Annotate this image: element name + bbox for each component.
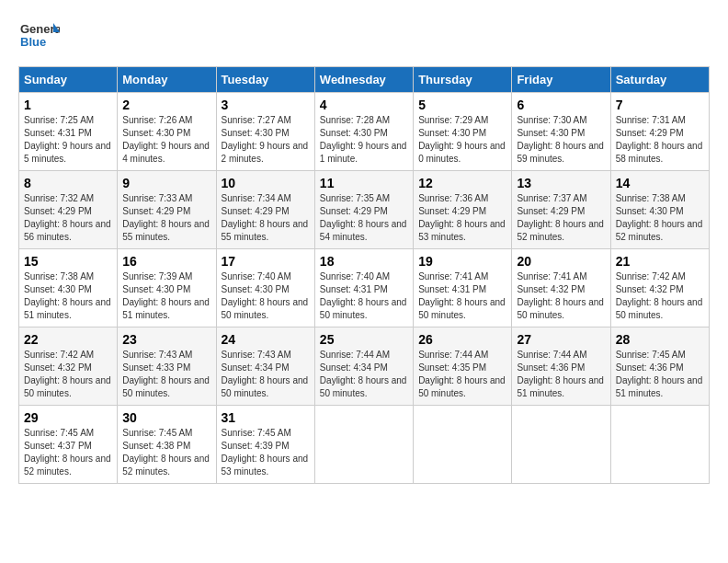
calendar-week-row: 8 Sunrise: 7:32 AM Sunset: 4:29 PM Dayli…	[19, 171, 710, 249]
calendar-cell: 11 Sunrise: 7:35 AM Sunset: 4:29 PM Dayl…	[314, 171, 413, 249]
daylight-hours: Daylight: 8 hours and 51 minutes.	[517, 375, 604, 398]
day-info: Sunrise: 7:31 AM Sunset: 4:29 PM Dayligh…	[616, 114, 704, 166]
day-number: 28	[616, 332, 704, 347]
daylight-hours: Daylight: 8 hours and 54 minutes.	[320, 219, 407, 242]
day-number: 2	[122, 98, 210, 112]
header-monday: Monday	[118, 67, 216, 93]
sunrise-time: Sunrise: 7:27 AM	[222, 115, 291, 125]
day-number: 12	[418, 176, 506, 190]
sunrise-time: Sunrise: 7:40 AM	[320, 271, 390, 282]
sunset-time: Sunset: 4:37 PM	[24, 441, 92, 451]
sunset-time: Sunset: 4:32 PM	[616, 284, 684, 294]
daylight-hours: Daylight: 8 hours and 50 minutes.	[222, 375, 309, 398]
day-number: 6	[517, 98, 605, 112]
sunset-time: Sunset: 4:32 PM	[24, 362, 92, 373]
calendar-table: Sunday Monday Tuesday Wednesday Thursday…	[18, 66, 710, 484]
sunset-time: Sunset: 4:29 PM	[320, 206, 388, 216]
calendar-cell	[610, 406, 709, 484]
daylight-hours: Daylight: 8 hours and 50 minutes.	[122, 375, 210, 398]
day-info: Sunrise: 7:37 AM Sunset: 4:29 PM Dayligh…	[517, 192, 605, 244]
header-saturday: Saturday	[610, 67, 709, 93]
day-info: Sunrise: 7:26 AM Sunset: 4:30 PM Dayligh…	[122, 114, 210, 166]
sunrise-time: Sunrise: 7:40 AM	[222, 271, 291, 282]
calendar-cell: 25 Sunrise: 7:44 AM Sunset: 4:34 PM Dayl…	[314, 327, 413, 406]
sunrise-time: Sunrise: 7:43 AM	[222, 350, 291, 360]
daylight-hours: Daylight: 8 hours and 51 minutes.	[24, 297, 111, 320]
day-info: Sunrise: 7:25 AM Sunset: 4:31 PM Dayligh…	[24, 114, 112, 166]
sunrise-time: Sunrise: 7:34 AM	[222, 193, 291, 203]
calendar-cell: 17 Sunrise: 7:40 AM Sunset: 4:30 PM Dayl…	[216, 249, 314, 327]
sunrise-time: Sunrise: 7:36 AM	[418, 193, 488, 203]
calendar-cell: 26 Sunrise: 7:44 AM Sunset: 4:35 PM Dayl…	[414, 327, 512, 406]
day-info: Sunrise: 7:41 AM Sunset: 4:31 PM Dayligh…	[418, 270, 506, 322]
header-friday: Friday	[512, 67, 610, 93]
calendar-cell: 14 Sunrise: 7:38 AM Sunset: 4:30 PM Dayl…	[610, 171, 709, 249]
calendar-cell: 24 Sunrise: 7:43 AM Sunset: 4:34 PM Dayl…	[216, 327, 314, 406]
sunset-time: Sunset: 4:30 PM	[222, 284, 290, 294]
sunrise-time: Sunrise: 7:44 AM	[320, 350, 390, 360]
calendar-cell: 3 Sunrise: 7:27 AM Sunset: 4:30 PM Dayli…	[216, 93, 314, 171]
daylight-hours: Daylight: 8 hours and 52 minutes.	[24, 454, 111, 477]
day-number: 8	[24, 176, 112, 190]
day-info: Sunrise: 7:45 AM Sunset: 4:37 PM Dayligh…	[24, 427, 112, 478]
sunset-time: Sunset: 4:30 PM	[616, 206, 684, 216]
sunset-time: Sunset: 4:29 PM	[122, 206, 190, 216]
calendar-cell	[414, 406, 512, 484]
daylight-hours: Daylight: 9 hours and 2 minutes.	[222, 141, 309, 164]
day-info: Sunrise: 7:28 AM Sunset: 4:30 PM Dayligh…	[320, 114, 408, 166]
sunset-time: Sunset: 4:29 PM	[24, 206, 92, 216]
calendar-cell: 18 Sunrise: 7:40 AM Sunset: 4:31 PM Dayl…	[314, 249, 413, 327]
logo-blue-text: Blue	[20, 35, 46, 49]
daylight-hours: Daylight: 8 hours and 58 minutes.	[616, 141, 703, 164]
daylight-hours: Daylight: 8 hours and 50 minutes.	[517, 297, 604, 320]
sunrise-time: Sunrise: 7:42 AM	[616, 271, 686, 282]
calendar-cell: 28 Sunrise: 7:45 AM Sunset: 4:36 PM Dayl…	[610, 327, 709, 406]
day-number: 19	[418, 254, 506, 269]
sunrise-time: Sunrise: 7:45 AM	[122, 428, 192, 438]
day-number: 5	[418, 98, 506, 112]
day-number: 7	[616, 98, 704, 112]
day-number: 23	[122, 332, 210, 347]
daylight-hours: Daylight: 8 hours and 55 minutes.	[222, 219, 309, 242]
sunrise-time: Sunrise: 7:41 AM	[517, 271, 586, 282]
day-info: Sunrise: 7:41 AM Sunset: 4:32 PM Dayligh…	[517, 270, 605, 322]
calendar-cell: 9 Sunrise: 7:33 AM Sunset: 4:29 PM Dayli…	[118, 171, 216, 249]
sunset-time: Sunset: 4:34 PM	[320, 362, 388, 373]
daylight-hours: Daylight: 8 hours and 56 minutes.	[24, 219, 111, 242]
sunrise-time: Sunrise: 7:28 AM	[320, 115, 390, 125]
calendar-cell: 22 Sunrise: 7:42 AM Sunset: 4:32 PM Dayl…	[19, 327, 118, 406]
logo: General Blue	[18, 18, 60, 57]
day-info: Sunrise: 7:35 AM Sunset: 4:29 PM Dayligh…	[320, 192, 408, 244]
calendar-cell: 16 Sunrise: 7:39 AM Sunset: 4:30 PM Dayl…	[118, 249, 216, 327]
sunset-time: Sunset: 4:29 PM	[616, 128, 684, 138]
sunrise-time: Sunrise: 7:30 AM	[517, 115, 586, 125]
sunset-time: Sunset: 4:36 PM	[517, 362, 585, 373]
daylight-hours: Daylight: 8 hours and 50 minutes.	[24, 375, 111, 398]
day-number: 11	[320, 176, 408, 190]
sunset-time: Sunset: 4:29 PM	[222, 206, 290, 216]
logo-svg: General Blue	[18, 18, 60, 57]
calendar-cell: 21 Sunrise: 7:42 AM Sunset: 4:32 PM Dayl…	[610, 249, 709, 327]
day-number: 20	[517, 254, 605, 269]
calendar-week-row: 1 Sunrise: 7:25 AM Sunset: 4:31 PM Dayli…	[19, 93, 710, 171]
calendar-cell: 1 Sunrise: 7:25 AM Sunset: 4:31 PM Dayli…	[19, 93, 118, 171]
sunset-time: Sunset: 4:30 PM	[517, 128, 585, 138]
day-number: 17	[222, 254, 310, 269]
sunset-time: Sunset: 4:33 PM	[122, 362, 190, 373]
day-number: 15	[24, 254, 112, 269]
daylight-hours: Daylight: 8 hours and 52 minutes.	[517, 219, 604, 242]
day-info: Sunrise: 7:44 AM Sunset: 4:36 PM Dayligh…	[517, 349, 605, 400]
day-info: Sunrise: 7:44 AM Sunset: 4:35 PM Dayligh…	[418, 349, 506, 400]
calendar-cell: 30 Sunrise: 7:45 AM Sunset: 4:38 PM Dayl…	[118, 406, 216, 484]
sunset-time: Sunset: 4:38 PM	[122, 441, 190, 451]
sunrise-time: Sunrise: 7:45 AM	[24, 428, 94, 438]
daylight-hours: Daylight: 8 hours and 59 minutes.	[517, 141, 604, 164]
day-info: Sunrise: 7:32 AM Sunset: 4:29 PM Dayligh…	[24, 192, 112, 244]
day-number: 1	[24, 98, 112, 112]
day-number: 25	[320, 332, 408, 347]
daylight-hours: Daylight: 8 hours and 51 minutes.	[122, 297, 210, 320]
daylight-hours: Daylight: 8 hours and 50 minutes.	[222, 297, 309, 320]
sunset-time: Sunset: 4:31 PM	[320, 284, 388, 294]
sunrise-time: Sunrise: 7:33 AM	[122, 193, 192, 203]
day-info: Sunrise: 7:40 AM Sunset: 4:30 PM Dayligh…	[222, 270, 310, 322]
